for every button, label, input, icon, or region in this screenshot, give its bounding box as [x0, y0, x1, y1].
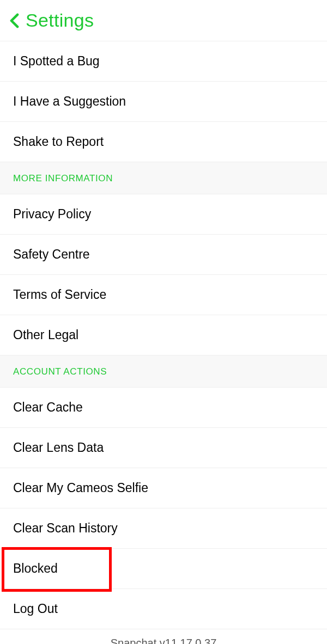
section-header-account-actions: ACCOUNT ACTIONS — [0, 355, 327, 388]
settings-item-clear-lens-data[interactable]: Clear Lens Data — [0, 428, 327, 468]
settings-item-log-out[interactable]: Log Out — [0, 589, 327, 629]
settings-item-clear-cache[interactable]: Clear Cache — [0, 388, 327, 428]
settings-item-terms-of-service[interactable]: Terms of Service — [0, 275, 327, 315]
settings-item-i-have-a-suggestion[interactable]: I Have a Suggestion — [0, 82, 327, 122]
settings-item-clear-scan-history[interactable]: Clear Scan History — [0, 508, 327, 549]
settings-item-shake-to-report[interactable]: Shake to Report — [0, 122, 327, 162]
footer: Snapchat v11.17.0.37 Made in Los Angeles — [0, 629, 327, 644]
settings-item-other-legal[interactable]: Other Legal — [0, 315, 327, 355]
back-icon[interactable] — [10, 13, 19, 28]
settings-item-clear-my-cameos-selfie[interactable]: Clear My Cameos Selfie — [0, 468, 327, 508]
page-title: Settings — [26, 10, 94, 31]
header-bar: Settings — [0, 0, 327, 41]
settings-item-safety-centre[interactable]: Safety Centre — [0, 235, 327, 275]
settings-item-i-spotted-a-bug[interactable]: I Spotted a Bug — [0, 41, 327, 82]
section-header-more-information: MORE INFORMATION — [0, 162, 327, 194]
footer-version: Snapchat v11.17.0.37 — [0, 636, 327, 644]
settings-item-privacy-policy[interactable]: Privacy Policy — [0, 194, 327, 235]
settings-item-blocked[interactable]: Blocked — [0, 549, 327, 589]
